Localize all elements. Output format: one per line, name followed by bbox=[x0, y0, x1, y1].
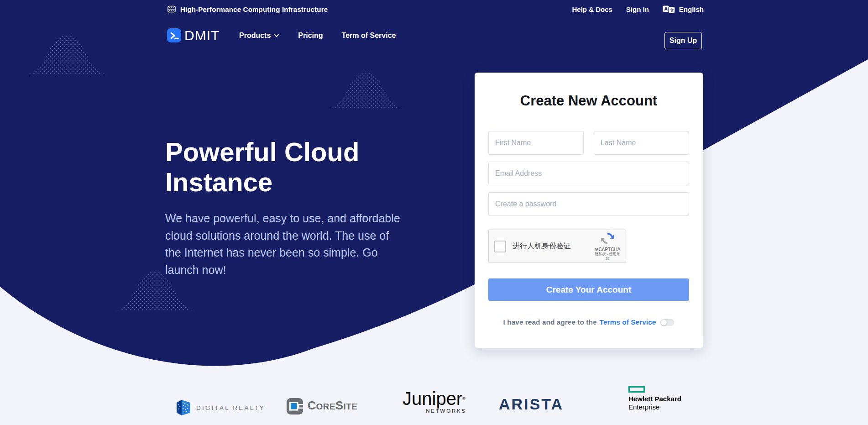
digital-realty-icon bbox=[176, 399, 191, 417]
coresite-label-ite: ITE bbox=[343, 402, 357, 411]
create-account-card: Create New Account 进行人机身份验证 bbox=[475, 73, 703, 348]
nav-item-term-of-service[interactable]: Term of Service bbox=[342, 31, 396, 40]
partner-logo-arista: ARISTA bbox=[499, 395, 564, 413]
nav-pricing-label: Pricing bbox=[298, 31, 323, 40]
hpe-label-line1: Hewlett Packard bbox=[628, 395, 681, 403]
language-label: English bbox=[679, 5, 704, 13]
language-switcher[interactable]: A 文 English bbox=[663, 5, 704, 14]
nav-products-label: Products bbox=[239, 31, 271, 40]
brand-name[interactable]: DMIT bbox=[184, 28, 220, 42]
card-title: Create New Account bbox=[488, 73, 689, 109]
last-name-input[interactable] bbox=[594, 131, 689, 155]
partner-logo-hpe: Hewlett Packard Enterprise bbox=[628, 386, 681, 411]
recaptcha-branding: reCAPTCHA 隐私权 - 使用条款 bbox=[593, 231, 622, 261]
name-fields-row bbox=[488, 131, 689, 155]
coresite-label-c: C bbox=[308, 399, 316, 412]
juniper-name: Juniper bbox=[403, 388, 462, 409]
page: High-Performance Computing Infrastructur… bbox=[0, 0, 868, 425]
chevron-down-icon bbox=[274, 34, 279, 37]
coresite-icon bbox=[286, 398, 303, 415]
recaptcha-privacy-links[interactable]: 隐私权 - 使用条款 bbox=[593, 252, 622, 261]
svg-text:文: 文 bbox=[669, 8, 674, 13]
digital-realty-label: DIGITAL REALTY bbox=[196, 404, 265, 411]
sign-up-button[interactable]: Sign Up bbox=[664, 32, 702, 49]
recaptcha-checkbox[interactable] bbox=[494, 241, 506, 252]
topbar-links: Help & Docs Sign In A 文 English bbox=[572, 5, 704, 14]
terms-toggle[interactable] bbox=[660, 319, 674, 326]
topbar-tagline-group: High-Performance Computing Infrastructur… bbox=[167, 5, 328, 14]
coresite-label-ore: ORE bbox=[316, 402, 336, 411]
juniper-networks-label: NETWORKS bbox=[403, 408, 466, 414]
coresite-label-s: S bbox=[335, 399, 343, 412]
hpe-label-line2: Enterprise bbox=[628, 403, 681, 411]
translate-icon: A 文 bbox=[663, 5, 676, 14]
dmit-logo[interactable] bbox=[167, 28, 181, 42]
create-account-button[interactable]: Create Your Account bbox=[488, 278, 689, 301]
hero-section: Powerful Cloud Instance We have powerful… bbox=[165, 137, 412, 278]
coresite-label: CORESITE bbox=[308, 397, 358, 415]
nav-item-products[interactable]: Products bbox=[239, 31, 279, 40]
recaptcha-logo-icon bbox=[601, 231, 614, 245]
terminal-icon bbox=[167, 29, 181, 42]
toggle-knob bbox=[661, 320, 667, 325]
partner-logo-digital-realty: DIGITAL REALTY bbox=[176, 399, 265, 417]
arista-wordmark: ARISTA bbox=[499, 395, 564, 413]
recaptcha-brand-text: reCAPTCHA bbox=[593, 247, 622, 252]
hero-title: Powerful Cloud Instance bbox=[165, 137, 403, 197]
password-input[interactable] bbox=[488, 192, 689, 216]
hero-background-shape bbox=[0, 0, 868, 425]
recaptcha-label: 进行人机身份验证 bbox=[512, 241, 571, 251]
hero-description: We have powerful, easy to use, and affor… bbox=[165, 210, 400, 278]
help-docs-link[interactable]: Help & Docs bbox=[572, 5, 612, 13]
terms-of-service-link[interactable]: Terms of Service bbox=[600, 318, 656, 326]
nav-menu: Products Pricing Term of Service bbox=[239, 28, 396, 42]
email-input[interactable] bbox=[488, 162, 689, 185]
nav-item-pricing[interactable]: Pricing bbox=[298, 31, 323, 40]
nav-tos-label: Term of Service bbox=[342, 31, 396, 40]
signup-form: 进行人机身份验证 reCAPTCHA 隐私权 - 使用条款 Create You… bbox=[488, 131, 689, 326]
server-icon bbox=[167, 5, 176, 14]
topbar-tagline: High-Performance Computing Infrastructur… bbox=[180, 5, 328, 13]
juniper-registered-mark: ® bbox=[462, 396, 465, 401]
terms-agreement-row: I have read and agree to the Terms of Se… bbox=[488, 318, 689, 326]
sign-in-link[interactable]: Sign In bbox=[626, 5, 649, 13]
agree-text: I have read and agree to the bbox=[503, 318, 597, 326]
partner-logo-coresite: CORESITE bbox=[286, 397, 358, 415]
partner-logo-juniper: Juniper® NETWORKS bbox=[403, 389, 466, 414]
hpe-green-rectangle-icon bbox=[628, 386, 645, 393]
svg-text:A: A bbox=[664, 6, 668, 11]
recaptcha-widget: 进行人机身份验证 reCAPTCHA 隐私权 - 使用条款 bbox=[488, 230, 626, 263]
first-name-input[interactable] bbox=[488, 131, 584, 155]
juniper-wordmark: Juniper® bbox=[403, 389, 466, 408]
